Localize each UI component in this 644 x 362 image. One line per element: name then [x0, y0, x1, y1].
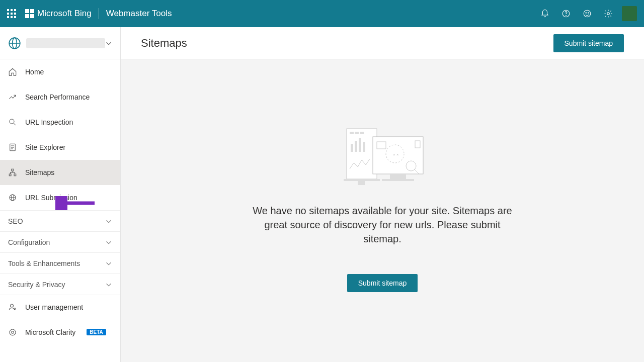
sidebar-item-label: Sitemaps — [25, 168, 54, 176]
microsoft-icon — [25, 9, 34, 18]
globe-icon — [8, 37, 21, 50]
sidebar-item-home[interactable]: Home — [0, 59, 120, 84]
sidebar-group-configuration[interactable]: Configuration — [0, 231, 120, 252]
sidebar-item-search-performance[interactable]: Search Performance — [0, 84, 120, 110]
svg-rect-31 — [355, 132, 359, 134]
chevron-down-icon — [105, 260, 112, 267]
clarity-icon — [8, 328, 17, 337]
empty-state: × × We have no sitemaps available for yo… — [121, 59, 644, 362]
svg-point-6 — [584, 10, 591, 17]
sidebar-group-label: Security & Privacy — [8, 281, 65, 289]
sidebar: Home Search Performance URL Inspection S… — [0, 27, 121, 362]
svg-rect-47 — [382, 179, 414, 181]
sidebar-item-site-explorer[interactable]: Site Explorer — [0, 135, 120, 160]
svg-rect-38 — [358, 181, 365, 185]
sidebar-nav: Home Search Performance URL Inspection S… — [0, 59, 120, 362]
svg-rect-19 — [12, 169, 14, 171]
avatar[interactable] — [622, 6, 637, 21]
svg-rect-34 — [355, 141, 357, 152]
sidebar-item-label: Search Performance — [25, 93, 90, 101]
svg-rect-30 — [350, 132, 354, 134]
sidebar-item-label: Microsoft Clarity — [25, 328, 75, 336]
sidebar-item-label: URL Submission — [25, 194, 77, 202]
sidebar-item-sitemaps[interactable]: Sitemaps — [0, 160, 120, 185]
svg-rect-0 — [25, 9, 29, 13]
header-divider — [99, 8, 99, 19]
site-name-label — [26, 38, 105, 48]
svg-point-26 — [14, 308, 16, 310]
feedback-icon[interactable] — [577, 0, 598, 27]
svg-rect-36 — [363, 142, 365, 152]
chevron-down-icon — [105, 40, 112, 47]
product-title: Webmaster Tools — [106, 9, 172, 19]
notifications-icon[interactable] — [534, 0, 555, 27]
svg-point-25 — [11, 304, 14, 307]
sidebar-group-label: Tools & Enhancements — [8, 259, 80, 267]
trend-icon — [8, 93, 17, 102]
app-launcher-icon[interactable] — [7, 9, 16, 18]
main-content: Sitemaps Submit sitemap × × — [121, 27, 644, 362]
sidebar-item-user-management[interactable]: User management — [0, 295, 120, 320]
sidebar-item-label: Home — [25, 68, 44, 76]
svg-line-14 — [14, 123, 16, 125]
beta-badge: BETA — [87, 329, 106, 335]
home-icon — [8, 67, 17, 76]
search-icon — [8, 118, 17, 127]
svg-rect-37 — [344, 179, 380, 181]
svg-rect-33 — [351, 144, 353, 152]
page-title: Sitemaps — [141, 37, 553, 50]
empty-submit-sitemap-button[interactable]: Submit sitemap — [347, 274, 418, 292]
svg-rect-35 — [359, 138, 361, 152]
sidebar-item-url-submission[interactable]: URL Submission — [0, 185, 120, 210]
help-icon[interactable] — [555, 0, 577, 27]
sidebar-group-tools[interactable]: Tools & Enhancements — [0, 252, 120, 274]
svg-rect-21 — [14, 174, 16, 176]
svg-point-8 — [588, 13, 589, 14]
chevron-down-icon — [105, 218, 112, 225]
sidebar-group-label: SEO — [8, 217, 23, 225]
settings-icon[interactable] — [598, 0, 619, 27]
sidebar-group-security[interactable]: Security & Privacy — [0, 274, 120, 295]
svg-rect-29 — [347, 129, 377, 179]
svg-point-5 — [566, 15, 567, 16]
doc-icon — [8, 143, 17, 152]
empty-message: We have no sitemaps available for your s… — [252, 204, 513, 246]
svg-rect-32 — [360, 132, 364, 134]
sidebar-item-label: URL Inspection — [25, 118, 73, 126]
svg-point-13 — [10, 119, 14, 124]
chevron-down-icon — [105, 281, 112, 288]
page-header: Sitemaps Submit sitemap — [121, 27, 644, 59]
svg-point-27 — [10, 329, 16, 335]
sidebar-item-clarity[interactable]: Microsoft Clarity BETA — [0, 320, 120, 345]
sidebar-group-label: Configuration — [8, 238, 50, 246]
svg-text:× ×: × × — [393, 152, 399, 157]
sidebar-item-label: Site Explorer — [25, 143, 65, 151]
svg-point-28 — [12, 331, 14, 333]
app-header: Microsoft Bing Webmaster Tools — [0, 0, 644, 27]
svg-rect-20 — [9, 174, 11, 176]
globe-small-icon — [8, 193, 17, 202]
sidebar-item-label: User management — [25, 303, 83, 311]
sitemap-icon — [8, 168, 17, 177]
svg-point-7 — [586, 13, 587, 14]
sidebar-group-seo[interactable]: SEO — [0, 210, 120, 231]
site-picker[interactable] — [0, 27, 120, 59]
chevron-down-icon — [105, 239, 112, 246]
sidebar-item-url-inspection[interactable]: URL Inspection — [0, 110, 120, 135]
user-icon — [8, 303, 17, 312]
brand-text: Microsoft Bing — [37, 9, 92, 19]
brand-logo[interactable]: Microsoft Bing — [25, 9, 92, 19]
svg-rect-3 — [30, 14, 34, 18]
svg-rect-2 — [25, 14, 29, 18]
empty-illustration: × × — [340, 125, 425, 188]
svg-rect-46 — [390, 174, 406, 179]
svg-point-9 — [607, 13, 610, 15]
svg-rect-1 — [30, 9, 34, 13]
submit-sitemap-button[interactable]: Submit sitemap — [553, 34, 624, 52]
